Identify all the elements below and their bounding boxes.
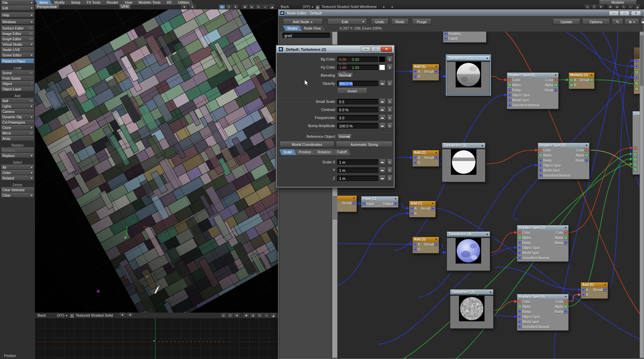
- node-node[interactable]: ▼Result: [337, 195, 357, 212]
- mini-slider[interactable]: ◀▶: [379, 81, 386, 86]
- sidebar-item-array[interactable]: Array: [1, 136, 34, 141]
- tab-modify[interactable]: Modify: [50, 0, 69, 5]
- node-node[interactable]: [634, 47, 640, 94]
- port-green[interactable]: [590, 79, 593, 81]
- sidebar-item-camera[interactable]: Camera: [1, 109, 34, 114]
- port-blue[interactable]: [564, 310, 567, 313]
- panel-tab-rotation[interactable]: Rotation: [314, 149, 335, 155]
- bg-color-swatch[interactable]: [379, 56, 385, 62]
- view-label[interactable]: Back: [281, 5, 289, 9]
- chevron-down-icon[interactable]: ▼: [181, 5, 188, 9]
- chevron-down-icon[interactable]: ▼: [311, 6, 314, 9]
- undo-button[interactable]: Undo: [371, 19, 388, 25]
- rotate-icon[interactable]: ↻: [257, 313, 263, 318]
- node-add-3[interactable]: Add (3)▼AResultB: [412, 237, 439, 253]
- camera-icon[interactable]: ◎: [220, 313, 227, 318]
- node-add-5[interactable]: Add (5)▼AResultB: [581, 282, 608, 299]
- menu-file[interactable]: File▼: [1, 0, 34, 5]
- sidebar-item-null[interactable]: Null^N: [1, 98, 34, 103]
- port-red[interactable]: [564, 300, 567, 303]
- port-blue[interactable]: [635, 65, 638, 68]
- port-blue[interactable]: [539, 164, 542, 167]
- port-green[interactable]: [554, 84, 557, 86]
- frequencies-input[interactable]: 3.0: [337, 115, 378, 121]
- tab-utilities[interactable]: Utilities: [174, 0, 194, 5]
- mini-slider[interactable]: ◀▶: [379, 107, 386, 113]
- sidebar-item-order[interactable]: Order▼: [1, 170, 34, 175]
- envelope-button[interactable]: E: [387, 175, 393, 181]
- collapse-icon[interactable]: ▲: [481, 143, 484, 148]
- node-replace-spot-4[interactable]: Replace Spot (4)▼ColorColorAlphaAlphaBum…: [517, 294, 569, 331]
- sidebar-item-from-scene[interactable]: From Scene: [1, 76, 34, 81]
- port-blue[interactable]: [414, 75, 417, 78]
- perspective-viewport[interactable]: * + ✳: [35, 9, 278, 313]
- envelope-button[interactable]: E: [387, 99, 393, 105]
- corner-icon[interactable]: ◢: [269, 5, 275, 9]
- corner-icon[interactable]: ◢: [270, 313, 276, 318]
- sidebar-item-clear-selected[interactable]: Clear Selected: [1, 187, 34, 192]
- y-axis-handle[interactable]: [127, 226, 127, 237]
- camera-icon[interactable]: ◎: [219, 5, 225, 9]
- port-blue[interactable]: [363, 202, 365, 205]
- move-icon[interactable]: ✚: [242, 5, 248, 9]
- minimize-button[interactable]: —: [361, 47, 370, 52]
- back-viewport[interactable]: Back (XY) ▼ T Textured Shaded Solid ▼ ▼ …: [35, 313, 278, 359]
- port-blue[interactable]: [518, 310, 521, 313]
- tab-node-flow[interactable]: Node Flow: [300, 26, 325, 31]
- tab-fx-tools[interactable]: FX Tools: [82, 0, 105, 5]
- port-blue[interactable]: [435, 243, 438, 246]
- node-replace-spot-1[interactable]: Replace Spot (1)▼ColorColorAlphaAlphaBum…: [507, 72, 559, 109]
- port-blue[interactable]: [411, 207, 413, 210]
- render-mode-dropdown[interactable]: VPR: [119, 4, 131, 9]
- tab-modeler-tools[interactable]: Modeler Tools: [134, 0, 165, 5]
- rotate-icon[interactable]: ↻: [620, 5, 627, 9]
- port-blue[interactable]: [635, 76, 638, 79]
- port-green[interactable]: [634, 168, 637, 171]
- port-red[interactable]: [585, 149, 588, 152]
- node-turbulence-2[interactable]: Turbulence (2)▲: [447, 55, 490, 95]
- pan-icon[interactable]: ⊕: [614, 5, 620, 9]
- update-button[interactable]: Update: [553, 19, 580, 25]
- port-green[interactable]: [570, 84, 573, 86]
- sidebar-item-image-editor[interactable]: Image EditorF6: [1, 31, 34, 36]
- collapse-icon[interactable]: ▼: [435, 64, 438, 69]
- sidebar-item-scene-editor[interactable]: Scene Editor▼: [1, 52, 34, 57]
- list-icon[interactable]: ☰: [591, 5, 597, 9]
- port-blue[interactable]: [518, 251, 521, 254]
- move-icon[interactable]: ✚: [243, 313, 249, 318]
- save-icon[interactable]: ▼: [232, 5, 239, 9]
- sidebar-item-rename[interactable]: Rename: [1, 148, 34, 153]
- sidebar-item-replace[interactable]: Replace▼: [1, 153, 34, 158]
- port-blue[interactable]: [394, 202, 397, 205]
- mini-slider[interactable]: ◀▶: [379, 175, 386, 181]
- port-blue[interactable]: [445, 32, 447, 35]
- envelope-button[interactable]: E: [387, 81, 393, 86]
- sidebar-item-studio-live[interactable]: Studio LIVE: [1, 47, 34, 52]
- rotate-tool-gizmo[interactable]: ✳: [96, 288, 100, 294]
- port-blue[interactable]: [518, 246, 521, 249]
- port-blue[interactable]: [518, 241, 521, 244]
- port-blue[interactable]: [414, 156, 417, 159]
- collapse-icon[interactable]: ▼: [585, 143, 588, 148]
- sidebar-item-scene[interactable]: Scene^O: [1, 70, 34, 75]
- collapse-icon[interactable]: ▼: [564, 294, 567, 299]
- axis-label[interactable]: (XY): [57, 313, 64, 317]
- envelope-button[interactable]: E: [387, 65, 393, 70]
- port-green[interactable]: [570, 79, 573, 81]
- port-red[interactable]: [634, 147, 637, 150]
- chevron-down-icon[interactable]: ▼: [391, 6, 394, 9]
- chevron-down-icon[interactable]: ▼: [189, 5, 196, 9]
- small-scale-input[interactable]: 0.5: [337, 99, 378, 105]
- port-blue[interactable]: [414, 248, 417, 251]
- port-blue[interactable]: [518, 256, 521, 259]
- collapse-icon[interactable]: ▼: [604, 282, 606, 287]
- menu-windows[interactable]: Windows▼: [1, 19, 34, 24]
- panel-tab-scale[interactable]: Scale: [279, 149, 296, 155]
- view-label[interactable]: Back: [38, 313, 46, 317]
- mini-slider[interactable]: ◀▶: [379, 123, 386, 129]
- sidebar-item-clone[interactable]: Clone▼: [1, 125, 34, 130]
- port-olive[interactable]: [635, 87, 638, 90]
- search-input[interactable]: grad: [282, 33, 330, 38]
- port-green[interactable]: [635, 82, 638, 85]
- bump-amplitude-input[interactable]: 100.0 %: [337, 123, 378, 129]
